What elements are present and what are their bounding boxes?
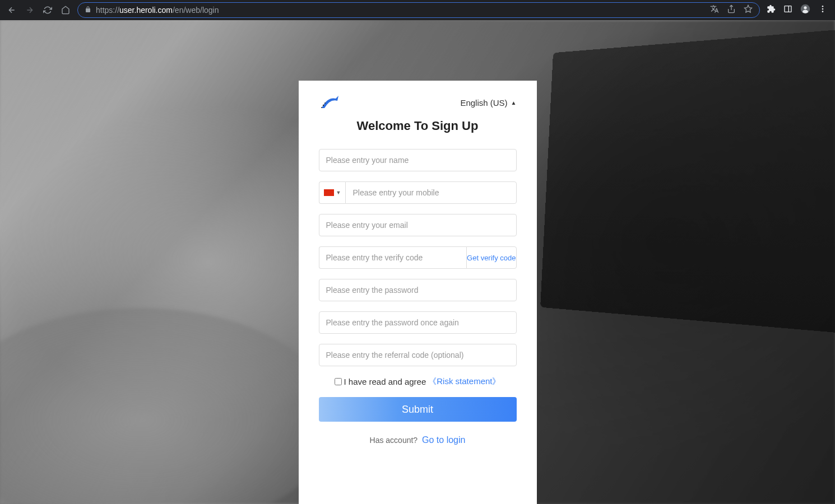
url-text: https://user.heroli.com/en/web/login bbox=[96, 6, 706, 15]
share-icon[interactable] bbox=[727, 4, 736, 16]
lock-icon bbox=[85, 6, 91, 15]
svg-rect-1 bbox=[785, 6, 791, 12]
password-confirm-input[interactable] bbox=[319, 311, 517, 334]
name-input[interactable] bbox=[319, 149, 517, 171]
language-selector[interactable]: English (US) ▲ bbox=[460, 98, 516, 108]
chevron-up-icon: ▲ bbox=[511, 100, 517, 106]
risk-statement-link[interactable]: 《Risk statement》 bbox=[428, 376, 500, 387]
agreement-row: I have read and agree 《Risk statement》 bbox=[319, 376, 517, 387]
svg-point-8 bbox=[322, 105, 323, 106]
page-background: English (US) ▲ Welcome To Sign Up ▼ Get … bbox=[0, 20, 835, 504]
translate-icon[interactable] bbox=[710, 4, 719, 16]
email-input[interactable] bbox=[319, 214, 517, 236]
flag-icon bbox=[324, 189, 334, 196]
menu-icon[interactable] bbox=[818, 4, 827, 16]
panel-icon[interactable] bbox=[783, 4, 792, 16]
svg-point-6 bbox=[822, 8, 824, 10]
address-bar[interactable]: https://user.heroli.com/en/web/login bbox=[77, 2, 760, 18]
svg-point-4 bbox=[804, 6, 806, 9]
forward-button[interactable] bbox=[25, 5, 35, 15]
card-header: English (US) ▲ bbox=[319, 94, 517, 111]
browser-toolbar: https://user.heroli.com/en/web/login bbox=[0, 0, 835, 20]
back-button[interactable] bbox=[7, 5, 17, 15]
login-prompt: Has account? Go to login bbox=[319, 435, 517, 445]
reload-button[interactable] bbox=[43, 5, 53, 15]
svg-point-7 bbox=[822, 11, 824, 12]
chevron-down-icon: ▼ bbox=[336, 190, 341, 195]
svg-marker-0 bbox=[744, 5, 752, 12]
referral-code-input[interactable] bbox=[319, 344, 517, 366]
submit-button[interactable]: Submit bbox=[319, 397, 517, 422]
page-title: Welcome To Sign Up bbox=[319, 119, 517, 133]
nav-buttons bbox=[4, 5, 71, 15]
go-to-login-link[interactable]: Go to login bbox=[422, 435, 465, 445]
password-input[interactable] bbox=[319, 279, 517, 301]
svg-point-9 bbox=[321, 107, 322, 108]
mobile-input[interactable] bbox=[345, 181, 516, 204]
verify-code-input[interactable] bbox=[319, 246, 467, 269]
country-code-selector[interactable]: ▼ bbox=[319, 181, 346, 204]
bookmark-star-icon[interactable] bbox=[744, 4, 753, 16]
language-label: English (US) bbox=[460, 98, 507, 108]
agree-checkbox[interactable] bbox=[335, 378, 342, 385]
home-button[interactable] bbox=[61, 5, 71, 15]
background-laptop bbox=[540, 27, 835, 336]
svg-point-10 bbox=[324, 102, 326, 104]
logo bbox=[319, 94, 341, 111]
has-account-text: Has account? bbox=[370, 436, 418, 445]
agree-text: I have read and agree bbox=[344, 377, 426, 386]
address-bar-icons bbox=[710, 4, 753, 16]
svg-point-5 bbox=[822, 6, 824, 7]
extensions-icon[interactable] bbox=[767, 4, 776, 16]
profile-icon[interactable] bbox=[800, 4, 810, 16]
extension-icons bbox=[767, 4, 831, 16]
signup-card: English (US) ▲ Welcome To Sign Up ▼ Get … bbox=[299, 81, 537, 504]
get-verify-code-button[interactable]: Get verify code bbox=[466, 246, 516, 269]
